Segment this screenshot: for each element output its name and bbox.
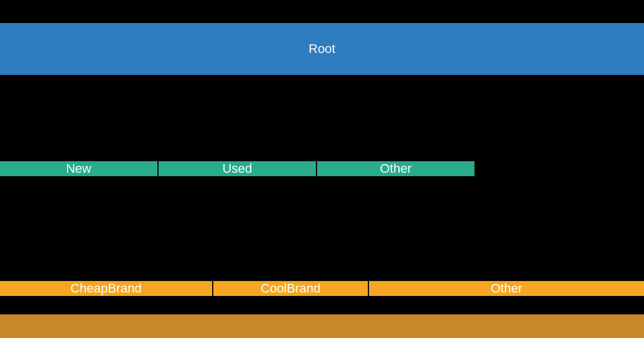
root-label: Root bbox=[308, 41, 335, 56]
condition-new-label: New bbox=[66, 161, 91, 176]
brand-other-label: Other bbox=[491, 281, 522, 296]
brand-coolbrand-label: CoolBrand bbox=[261, 281, 321, 296]
condition-used-label: Used bbox=[223, 161, 252, 176]
condition-bar: New Used Other bbox=[0, 143, 644, 195]
bottom-stripe bbox=[0, 314, 644, 338]
brand-coolbrand-segment[interactable]: CoolBrand bbox=[213, 281, 369, 296]
brand-bar: CheapBrand CoolBrand Other bbox=[0, 263, 644, 314]
brand-cheapbrand-label: CheapBrand bbox=[70, 281, 142, 296]
condition-used-segment[interactable]: Used bbox=[159, 161, 317, 176]
brand-other-segment[interactable]: Other bbox=[369, 281, 644, 296]
condition-other-segment[interactable]: Other bbox=[317, 161, 476, 176]
brand-cheapbrand-segment[interactable]: CheapBrand bbox=[0, 281, 213, 296]
condition-new-segment[interactable]: New bbox=[0, 161, 159, 176]
condition-other-label: Other bbox=[380, 161, 412, 176]
root-bar: Root bbox=[0, 23, 644, 75]
